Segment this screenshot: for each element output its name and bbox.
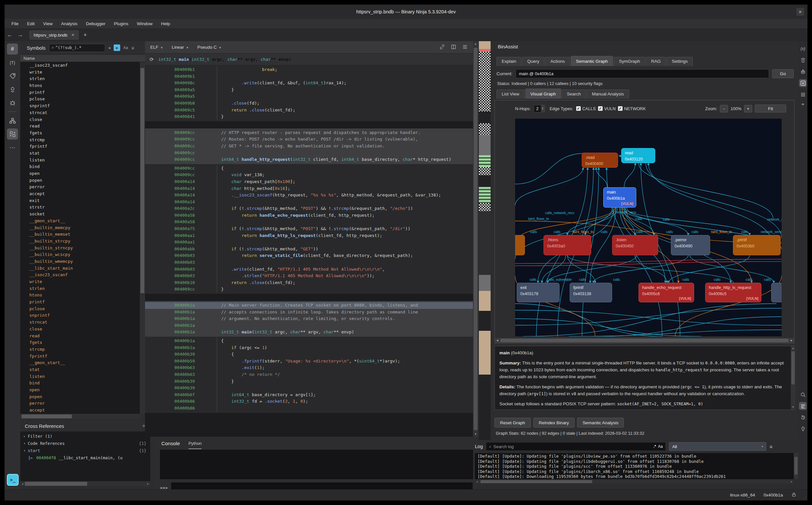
symbol-item[interactable]: bind [20,163,140,170]
code-line[interactable]: 00400b86 int32_t fd = .socket(2, 1, 0); [145,398,473,405]
function-signature[interactable]: int32_t main(int32_t argc, char** argv, … [159,57,291,62]
code-line[interactable]: 00400b63 /* no return */ [145,371,473,378]
graph-node-fprintf[interactable]: fprintf0x403138 [570,283,612,302]
menu-item-window[interactable]: Window [132,19,157,28]
code-line[interactable]: 00400a14 char request_path[0x100]; [145,178,473,185]
symbol-item[interactable]: listen [20,157,140,164]
feature-map[interactable] [479,41,491,440]
zoom-in-button[interactable]: + [744,105,752,113]
xrefs-filter-row[interactable]: ▸Filter (1) [20,433,150,440]
variables-icon[interactable]: (x) [799,45,807,53]
xrefs-func-row[interactable]: ▾start {1} [20,447,150,454]
symbol-item[interactable]: __libc_start_main [20,265,140,272]
code-line[interactable]: 00400b03 .write(client_fd, "HTTP/1.1 405… [145,266,473,273]
tab-close-icon[interactable]: ✕ [71,33,74,37]
menu-item-help[interactable]: Help [157,19,175,28]
code-line[interactable]: 004009cc// GET * -> file serving. No aut… [145,143,473,150]
new-tab-button[interactable]: + [83,32,87,38]
code-line[interactable]: 004009ccint64_t handle_http_request(int3… [145,156,473,163]
symbol-item[interactable]: read [20,333,140,340]
symbol-item[interactable]: stat [20,150,140,157]
symbols-vscrollbar[interactable] [140,62,145,414]
link-icon[interactable] [439,44,445,51]
symbol-item[interactable]: snprintf [20,312,140,319]
tab-explain[interactable]: Explain [497,57,521,66]
symbol-item[interactable]: snprintf [20,103,140,110]
nav-back-icon[interactable]: ← [5,32,15,38]
code-vscrollbar[interactable]: ▲ ▼ [473,41,478,437]
symbols-search-input[interactable]: ⌕ ^(?!sub_).* [49,44,105,52]
symbol-item[interactable]: printf [20,299,140,306]
menu-item-file[interactable]: File [7,19,23,28]
code-line[interactable]: 00400aa1 [145,239,473,246]
code-line[interactable]: 00400b86 [145,405,473,412]
symbol-item[interactable]: __builtin_memset [20,231,140,238]
menu-item-analysis[interactable]: Analysis [57,19,82,28]
code-line[interactable]: 00400b1a// argument. No authentication, … [145,315,473,322]
log-regex-icon[interactable]: .* [653,444,656,449]
types-icon[interactable]: {T} [7,57,18,68]
symbol-item[interactable]: __gmon_start__ [20,218,140,224]
code-line[interactable]: 00400a2c if (!.strcmp(&http_method, "POS… [145,205,473,212]
reindex-binary-button[interactable]: ReIndex Binary [533,418,574,428]
symbol-item[interactable]: fgets [20,339,140,346]
symbol-item[interactable]: strcmp [20,137,140,144]
graph-node-main[interactable]: main0x400b1a[VULN] [603,187,636,207]
more-panels-icon[interactable]: ⋯ [7,142,18,153]
terminal-icon[interactable]: >_ [7,474,19,486]
go-button[interactable]: Go [772,69,794,78]
symbol-item[interactable]: __isoc23_sscanf [20,62,140,69]
case-toggle-icon[interactable]: Aa [123,45,128,50]
code-line[interactable]: 004009a5 } [145,87,473,94]
code-line[interactable]: 00400b63 .exit(1); [145,364,473,371]
symbols-hscrollbar[interactable] [20,414,140,419]
zoom-out-button[interactable]: - [720,105,728,113]
graph-node-handle-echo-request[interactable]: handle_echo_request0x4005c6[VULN] [638,283,694,302]
graph-node-printf[interactable]: .printf0x4003b0 [733,235,781,255]
symbol-item[interactable]: write [20,69,140,76]
code-line[interactable]: 00400aa1 return handle_http_ls_request(c… [145,232,473,239]
xrefs-code-refs-row[interactable]: ▾Code References {1} [20,440,150,447]
symbol-item[interactable]: __builtin_wmemcpy [20,258,140,265]
symbol-item[interactable]: strlen [20,75,140,82]
graph-node-exit[interactable]: exit0x403178 [517,283,559,302]
symbol-item[interactable]: fprintf [20,143,140,150]
log-search-toggle-icon[interactable] [799,390,807,398]
code-line[interactable]: 00400b1a if (argc <= 1) [145,344,473,351]
symbols-menu-icon[interactable]: ≡ [131,45,134,51]
code-line[interactable]: 00400a14 char http_method[0x18]; [145,185,473,192]
menu-item-view[interactable]: View [39,19,57,28]
refresh-icon[interactable]: ⟳ [150,56,154,62]
code-line[interactable]: 00400841} [145,114,473,120]
window-close-button[interactable]: ✕ [796,8,804,16]
subtab-manual-analysis[interactable]: Manual Analysis [587,90,629,99]
tab-settings[interactable]: Settings [666,57,693,66]
code-line[interactable]: 00400b6f int64_t base_directory = argv[1… [145,391,473,398]
tab-httpsrv-strip[interactable]: httpsrv_strip.bndb ✕ [29,30,79,39]
view-dropdown[interactable]: Linear▼ [172,45,189,50]
graph-node-node-right-partial[interactable] [771,283,782,302]
graph-node-node-left-partial[interactable] [515,235,525,255]
symbol-item[interactable]: fprintf [20,353,140,360]
symbol-item[interactable]: __builtin_strcpy [20,238,140,245]
lock-icon[interactable] [791,492,796,498]
symbol-item[interactable]: htons [20,292,140,299]
symbol-item[interactable]: strcmp [20,346,140,353]
code-line[interactable]: 00400b1a{ [145,338,473,344]
menu-item-plugins[interactable]: Plugins [110,19,132,28]
symbol-item[interactable]: pclose [20,96,140,103]
log-vscrollbar[interactable] [794,453,798,479]
code-line[interactable]: 00400b03 return serve_static_file(client… [145,252,473,259]
assistant-icon[interactable] [799,68,807,75]
symbol-item[interactable]: read [20,123,140,130]
tab-symgraph[interactable]: SymGraph [614,57,645,66]
graph-hierarchy-icon[interactable] [7,115,18,126]
symbol-item[interactable]: strncat [20,319,140,326]
code-line[interactable]: 00400b03 [145,259,473,266]
collapse-icon[interactable]: ◂ [108,45,110,50]
graph-node-perror[interactable]: .perror0x400490 [671,235,710,255]
symbol-item[interactable]: write [20,279,140,285]
code-line[interactable]: 004009a5 [145,93,473,100]
tab-rag[interactable]: RAG [646,57,666,66]
symbol-item[interactable]: perror [20,400,140,407]
